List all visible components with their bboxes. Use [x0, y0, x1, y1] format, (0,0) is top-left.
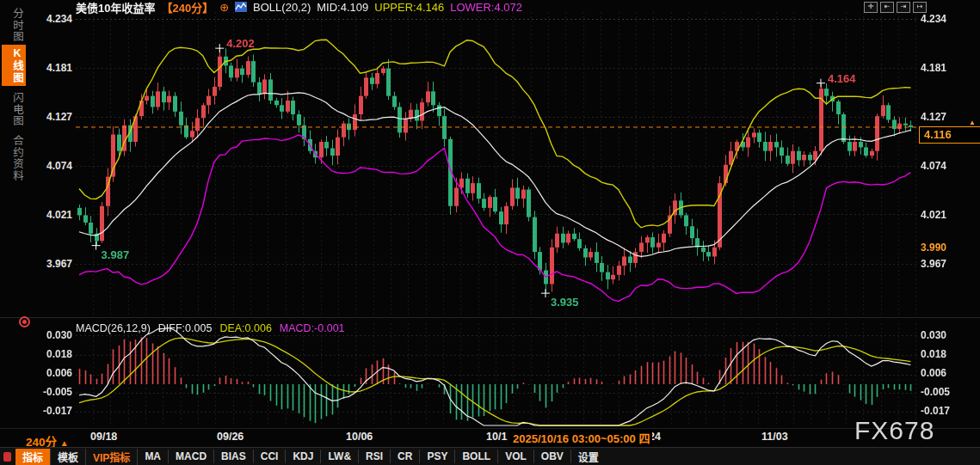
macd-dea-value: DEA:0.006 [219, 322, 271, 334]
x-axis-label: 11/03 [761, 431, 788, 443]
macd-header: MACD(26,12,9) DIFF:0.005 DEA:0.006 MACD:… [76, 322, 345, 334]
price-axis-label: 4.234 [34, 13, 72, 25]
last-price-badge: 4.116 [919, 126, 980, 144]
macd-params-label: MACD(26,12,9) [76, 322, 151, 334]
x-axis-label: 10/06 [346, 431, 373, 443]
price-pin-icon: ▲ [969, 119, 976, 126]
toolbar-item-ma[interactable]: MA [138, 450, 169, 463]
price-axis-label: 4.127 [34, 111, 72, 123]
toolbar-red-icon[interactable] [3, 452, 11, 462]
x-axis-label: 09/18 [90, 431, 117, 443]
instrument-title: 美债10年收益率 [76, 0, 155, 15]
sidebar-item-kline-chart[interactable]: K线图 [2, 45, 26, 86]
axis-divider [0, 428, 980, 429]
toolbar-item-boll[interactable]: BOLL [455, 450, 498, 463]
toolbar-item-bias[interactable]: BIAS [214, 450, 254, 463]
expand-x-icon[interactable]: ⇥ [897, 2, 910, 13]
macd-axis-label: -0.017 [34, 405, 72, 417]
price-axis-label: 4.234 [921, 13, 946, 25]
price-axis-label: 4.074 [34, 160, 72, 172]
toolbar-item-kdj[interactable]: KDJ [286, 450, 321, 463]
macd-axis-label: 0.018 [34, 348, 72, 360]
chart-header: 美债10年收益率 【240分】 ⊕ BOLL(20,2) MID:4.109 U… [76, 1, 522, 13]
watermark: FX678 [854, 416, 934, 445]
price-axis-label: 4.181 [34, 62, 72, 74]
macd-axis-label: 0.018 [921, 348, 946, 360]
macd-axis-label: 0.030 [921, 329, 946, 341]
price-axis-label: 4.181 [921, 62, 946, 74]
toolbar-item-settings[interactable]: 设置 [571, 449, 606, 465]
toolbar-item-templates[interactable]: 模板 [51, 449, 86, 465]
macd-indicator-chart[interactable] [76, 321, 916, 428]
x-axis-label: 09/26 [217, 431, 243, 443]
toolbar-item-vip-indicators[interactable]: VIP指标 [86, 449, 138, 465]
trading-app-window: 美债10年收益率 【240分】 ⊕ BOLL(20,2) MID:4.109 U… [0, 0, 980, 465]
pane-divider [0, 317, 980, 318]
price-axis-label: 4.127 [921, 111, 946, 123]
toolbar-item-obv[interactable]: OBV [534, 450, 571, 463]
price-axis-label: 4.074 [921, 160, 946, 172]
boll-mid-value: MID:4.109 [317, 1, 368, 14]
toolbar-item-vol[interactable]: VOL [498, 450, 534, 463]
macd-axis-label: 0.006 [34, 367, 72, 379]
crosshair-date-tooltip: 2025/10/16 03:00~05:00 四 [510, 430, 652, 446]
pane-indicator-icon[interactable] [19, 316, 30, 327]
sidebar-item-timeline-chart[interactable]: 分时图 [2, 5, 26, 46]
toolbar-item-lw[interactable]: LW& [321, 450, 359, 463]
boll-settings-icon[interactable] [235, 2, 247, 12]
macd-axis-label: 0.006 [921, 367, 946, 379]
reference-price-label: 3.990 [921, 242, 946, 254]
macd-axis-label: 0.030 [34, 329, 72, 341]
boll-params-label: BOLL(20,2) [253, 1, 311, 14]
macd-diff-value: DIFF:0.005 [158, 322, 213, 334]
toolbar-item-indicators[interactable]: 指标 [15, 449, 51, 465]
boll-upper-value: UPPER:4.146 [374, 1, 444, 14]
toolbar-item-rsi[interactable]: RSI [359, 450, 391, 463]
toolbar-item-cci[interactable]: CCI [254, 450, 287, 463]
x-axis-label: 10/1 [486, 431, 507, 443]
period-tag[interactable]: 【240分】 [161, 0, 213, 15]
macd-hist-value: MACD:-0.001 [280, 322, 345, 334]
shift-right-icon[interactable]: ↦ [913, 2, 927, 13]
macd-axis-label: -0.017 [921, 405, 950, 417]
toolbar-item-cr[interactable]: CR [391, 450, 420, 463]
pan-icon[interactable]: ✛ [864, 2, 878, 13]
sidebar-item-flash-chart[interactable]: 闪电图 [2, 89, 26, 130]
indicator-toolbar: 指标 模板 VIP指标 MA MACD BIAS CCI KDJ LW& RSI… [0, 447, 980, 465]
toolbar-item-psy[interactable]: PSY [420, 450, 455, 463]
chart-tool-icons: ✛ ⇤ ⇥ ↦ [864, 2, 927, 13]
add-indicator-icon[interactable]: ⊕ [219, 1, 229, 14]
sidebar-item-contract-info[interactable]: 合约资料 [2, 132, 26, 184]
main-candlestick-chart[interactable] [76, 10, 916, 318]
price-axis-label: 3.967 [921, 258, 946, 270]
price-axis-label: 4.021 [34, 209, 72, 221]
price-axis-label: 4.021 [921, 209, 946, 221]
boll-lower-value: LOWER:4.072 [450, 1, 522, 14]
price-axis-label: 3.967 [34, 258, 72, 270]
compress-x-icon[interactable]: ⇤ [880, 2, 894, 13]
toolbar-item-macd[interactable]: MACD [169, 450, 214, 463]
macd-axis-label: -0.005 [34, 386, 72, 398]
macd-axis-label: -0.005 [921, 386, 950, 398]
left-sidebar: 分时图 K线图 闪电图 合约资料 [0, 0, 33, 465]
